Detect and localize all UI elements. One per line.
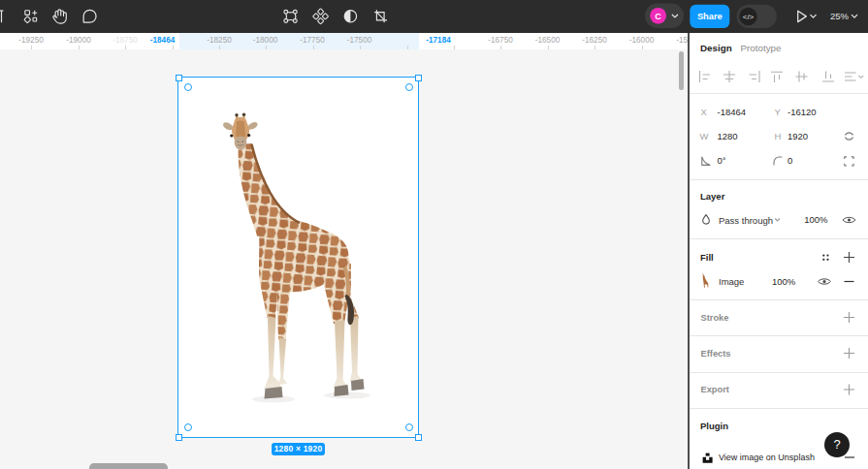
svg-text:25%: 25% <box>830 11 850 21</box>
svg-text:</>: </> <box>743 13 755 21</box>
svg-text:Share: Share <box>697 12 723 21</box>
svg-text:C: C <box>655 12 661 21</box>
